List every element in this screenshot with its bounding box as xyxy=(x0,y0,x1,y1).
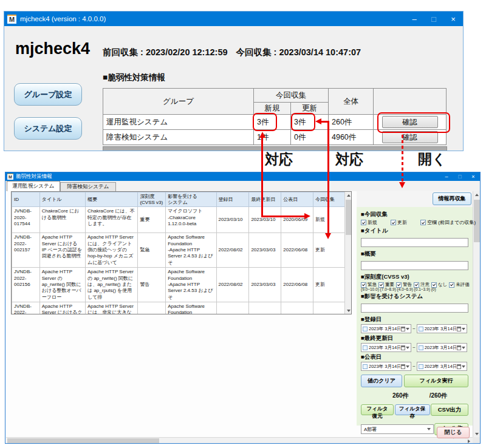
checkbox-icon xyxy=(363,345,368,350)
scrollbar-corner xyxy=(473,437,480,444)
col-title[interactable]: タイトル xyxy=(39,192,85,207)
minimize-button[interactable]: – xyxy=(440,172,453,181)
updated-from-datepicker[interactable]: 2023年 3月14日 xyxy=(361,343,411,352)
scroll-down-icon[interactable] xyxy=(473,430,481,437)
date-value: 2023年 3月14日 xyxy=(369,326,400,332)
vulnerability-row[interactable]: JVNDB- 2022- 002157 Apache HTTP Server に… xyxy=(12,233,345,268)
screen: M mjcheck4 (version : 4.0.0.0) – □ × mjc… xyxy=(0,0,486,448)
app-logo-icon: M xyxy=(7,174,13,180)
published-from-datepicker[interactable]: 2023年 3月14日 xyxy=(361,362,411,371)
panel-scrollbar-vertical[interactable] xyxy=(473,191,480,437)
cell-updated: 2023/03/03 xyxy=(249,302,281,314)
date-value: 2023年 3月14日 xyxy=(425,364,456,370)
scrollbar-thumb[interactable] xyxy=(7,438,159,444)
scroll-down-icon[interactable] xyxy=(345,307,352,314)
checkbox-icon xyxy=(420,220,426,225)
dropdown-icon xyxy=(406,365,409,368)
department-select[interactable]: A部署 xyxy=(361,424,434,434)
maximize-button[interactable]: □ xyxy=(453,172,467,181)
calendar-icon xyxy=(401,327,405,331)
csv-export-button[interactable]: CSV出力 xyxy=(431,404,468,416)
close-button[interactable]: × xyxy=(443,12,463,26)
summary-filter-input[interactable] xyxy=(361,261,468,270)
panel-scrollbar-horizontal[interactable] xyxy=(6,437,473,444)
scrollbar-thumb[interactable] xyxy=(346,200,351,235)
checkbox-icon xyxy=(363,327,368,331)
checkbox-new[interactable]: 新規 xyxy=(361,219,377,226)
col-published[interactable]: 公表日 xyxy=(281,192,313,207)
close-window-button[interactable]: 閉じる xyxy=(437,427,470,438)
col-updated[interactable]: 最終更新日 xyxy=(249,192,281,207)
cell-summary: Apache HTTP Server には、非常に大きな入力バッファが提供された… xyxy=(85,302,137,314)
clear-values-button[interactable]: 値のクリア xyxy=(361,375,402,387)
scroll-up-icon[interactable] xyxy=(473,191,481,198)
tab-failure-detection[interactable]: 障害検知システム xyxy=(60,182,116,191)
group-settings-button[interactable]: グループ設定 xyxy=(14,83,82,106)
calendar-icon xyxy=(457,345,461,350)
calendar-icon xyxy=(457,364,461,369)
filtered-count: 260件 xyxy=(392,392,409,400)
main-titlebar: M mjcheck4 (version : 4.0.0.0) – □ × xyxy=(4,12,463,26)
col-system[interactable]: 影響を受ける システム xyxy=(166,192,216,207)
cell-published: 2022/06/08 xyxy=(281,302,313,314)
filter-title-label: ■タイトル xyxy=(361,227,468,235)
col-summary[interactable]: 概要 xyxy=(85,192,137,207)
registered-from-datepicker[interactable]: 2023年 3月14日 xyxy=(361,324,411,333)
main-window-controls: – □ × xyxy=(405,12,463,26)
col-id[interactable]: ID xyxy=(12,192,40,207)
annotation-correspond-1: 対応 xyxy=(265,150,293,169)
updated-to-datepicker[interactable]: 2023年 3月14日 xyxy=(417,343,467,352)
date-value: 2023年 3月14日 xyxy=(425,345,456,351)
severity-ranges: (9.0~10.0) (7.0~8.9) (4.0~6.9) (0.1~3.9)… xyxy=(361,287,468,291)
cell-status: 更新 xyxy=(313,302,345,314)
cell-summary: Apache HTTP Server の ap_rwrite() 関数には、ap… xyxy=(85,268,137,302)
col-severity[interactable]: 深刻度 (CVSS v3) xyxy=(138,192,166,207)
tab-operation-monitoring[interactable]: 運用監視システム xyxy=(7,181,60,191)
detail-window: M 脆弱性対策情報 – □ × 運用監視システム 障害検知システム ID タイト… xyxy=(5,172,481,444)
restore-filter-button[interactable]: フィルタ復元 xyxy=(361,404,394,415)
dotted-arrow-line xyxy=(402,135,403,182)
checkbox-update[interactable]: 更新 xyxy=(391,219,407,226)
confirm-button[interactable]: 確認 xyxy=(382,131,438,143)
registered-to-datepicker[interactable]: 2023年 3月14日 xyxy=(417,324,467,333)
filter-registered-label: ■登録日 xyxy=(361,316,468,324)
system-settings-button[interactable]: システム設定 xyxy=(14,117,82,140)
vulnerability-row[interactable]: JVNDB- 2022- 002155 Apache HTTP Server に… xyxy=(12,302,345,314)
main-window-title: mjcheck4 (version : 4.0.0.0) xyxy=(20,15,106,22)
col-registered[interactable]: 登録日 xyxy=(216,192,249,207)
col-header-current: 今回収集 xyxy=(254,89,329,103)
filter-updated-label: ■最終更新日 xyxy=(361,334,468,342)
recollect-button[interactable]: 情報再収集 xyxy=(433,192,471,205)
checkbox-unrated[interactable]: 未評価 xyxy=(449,282,470,288)
title-filter-input[interactable] xyxy=(361,238,468,247)
vulnerability-row[interactable]: JVNDB- 2022- 002156 Apache HTTP Server の… xyxy=(12,268,345,302)
previous-collect-timestamp: 前回収集 : 2023/02/20 12:12:59 xyxy=(103,47,228,57)
cell-title: Apache HTTP Server におけるクラッシュされる脆弱性 xyxy=(39,302,85,314)
total-count: /260件 xyxy=(430,392,447,400)
calendar-icon xyxy=(401,345,405,350)
minimize-button[interactable]: – xyxy=(405,12,424,26)
arrow-line xyxy=(261,137,263,217)
scroll-right-icon[interactable] xyxy=(465,438,473,444)
cell-published: 2020/06/09 xyxy=(281,207,313,233)
cell-published: 2022/06/08 xyxy=(281,233,313,268)
filter-summary-label: ■概要 xyxy=(361,250,468,258)
col-header-action xyxy=(374,89,447,115)
published-to-datepicker[interactable]: 2023年 3月14日 xyxy=(417,362,467,371)
table-scrollbar[interactable] xyxy=(344,192,351,314)
total-count: 260件 xyxy=(329,115,374,130)
app-logo-icon: M xyxy=(7,15,16,24)
date-value: 2023年 3月14日 xyxy=(369,364,400,370)
vulnerability-row[interactable]: JVNDB- 2020- 017544 ChakraCore における脆弱性 C… xyxy=(12,207,345,233)
maximize-button[interactable]: □ xyxy=(424,12,443,26)
checkbox-blank[interactable]: 空欄 (前回までの収集) xyxy=(420,219,476,226)
save-filter-button[interactable]: フィルタ保存 xyxy=(395,404,430,415)
checkbox-icon xyxy=(419,364,423,369)
cell-updated: 2023/03/10 xyxy=(249,207,281,233)
run-filter-button[interactable]: フィルタ実行 xyxy=(404,375,468,387)
filter-panel: ■今回収集 新規 更新 空欄 (前回までの収集) ■タイトル ■概要 ■深刻度(… xyxy=(357,207,473,426)
system-filter-input[interactable] xyxy=(361,304,468,313)
scroll-up-icon[interactable] xyxy=(345,192,352,199)
close-button[interactable]: × xyxy=(467,172,480,181)
app-name: mjcheck4 xyxy=(15,39,90,58)
